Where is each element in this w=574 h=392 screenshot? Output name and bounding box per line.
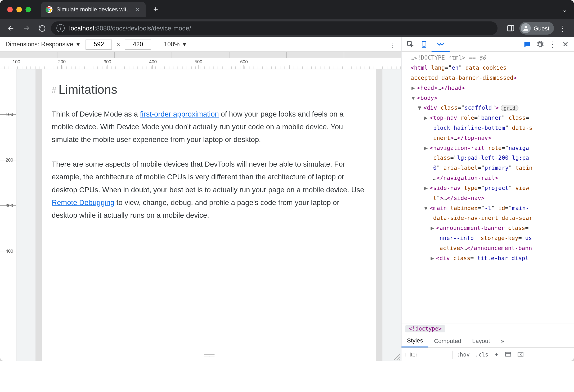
back-button[interactable] xyxy=(5,22,17,35)
dropdown-icon: ▼ xyxy=(181,41,187,48)
link-first-order[interactable]: first-order approximation xyxy=(140,110,219,118)
browser-toolbar: i localhost:8080/docs/devtools/device-mo… xyxy=(0,19,574,37)
dropdown-icon: ▼ xyxy=(75,41,81,48)
page-content[interactable]: Limitations Think of Device Mode as a fi… xyxy=(42,69,376,361)
styles-tabs-overflow-icon[interactable]: » xyxy=(495,334,510,348)
toggle-device-icon[interactable] xyxy=(418,38,430,50)
new-tab-button[interactable]: + xyxy=(149,3,162,16)
resize-handle-bottom[interactable]: ══ xyxy=(204,351,213,360)
forward-button[interactable] xyxy=(20,22,33,35)
ruler-horizontal: 100200300400500600 xyxy=(0,58,401,69)
styles-filter-bar: :hov .cls ＋ xyxy=(401,348,574,361)
address-bar[interactable]: i localhost:8080/docs/devtools/device-mo… xyxy=(51,21,498,35)
height-input[interactable] xyxy=(125,39,151,50)
messages-icon[interactable] xyxy=(521,38,533,50)
ruler-vertical: 100200300400 xyxy=(0,69,16,361)
device-toolbar: Dimensions: Responsive ▼ × 100%▼ ⋮ xyxy=(0,37,401,52)
device-options-icon[interactable]: ⋮ xyxy=(389,41,396,48)
elements-tab-overflow-icon[interactable] xyxy=(432,37,450,52)
breadcrumb-bar[interactable]: <!doctype> xyxy=(401,323,574,334)
site-info-icon[interactable]: i xyxy=(56,24,65,32)
url-text: localhost:8080/docs/devtools/device-mode… xyxy=(69,25,191,32)
devtools-close-icon[interactable]: ✕ xyxy=(559,38,571,50)
toggle-panel-icon[interactable] xyxy=(514,351,526,358)
tab-close-icon[interactable]: ✕ xyxy=(134,6,141,13)
dom-tree[interactable]: …<!DOCTYPE html> == $0<html lang="en" da… xyxy=(401,52,574,323)
browser-window: Simulate mobile devices with D ✕ + ⌄ i l… xyxy=(0,0,574,361)
styles-filter-input[interactable] xyxy=(401,348,451,361)
dimensions-selector[interactable]: Dimensions: Responsive ▼ xyxy=(6,41,81,48)
page-heading: Limitations xyxy=(52,83,366,97)
breakpoint-strip[interactable] xyxy=(0,52,401,58)
browser-menu-icon[interactable]: ⋮ xyxy=(556,21,569,35)
window-minimize-button[interactable] xyxy=(16,7,22,12)
simulated-viewport: Limitations Think of Device Mode as a fi… xyxy=(35,69,382,361)
devtools-menu-icon[interactable]: ⋮ xyxy=(547,38,559,50)
svg-point-4 xyxy=(525,26,527,28)
styles-tabs: Styles Computed Layout » xyxy=(401,334,574,348)
device-mode-pane: Dimensions: Responsive ▼ × 100%▼ ⋮ 10020… xyxy=(0,37,401,361)
reload-button[interactable] xyxy=(35,22,48,35)
tab-title: Simulate mobile devices with D xyxy=(56,6,134,13)
svg-rect-3 xyxy=(508,25,514,31)
window-controls xyxy=(7,7,31,12)
cls-toggle[interactable]: .cls xyxy=(472,351,491,358)
chrome-favicon-icon xyxy=(46,6,53,13)
devtools-panel: ⋮ ✕ …<!DOCTYPE html> == $0<html lang="en… xyxy=(401,37,574,361)
resize-handle-right[interactable] xyxy=(376,69,382,361)
tabstrip: Simulate mobile devices with D ✕ + ⌄ xyxy=(0,0,574,19)
computed-styles-icon[interactable] xyxy=(502,351,514,358)
side-panel-icon[interactable] xyxy=(504,21,518,35)
devtools-toolbar: ⋮ ✕ xyxy=(401,37,574,52)
zoom-selector[interactable]: 100%▼ xyxy=(164,41,187,48)
breadcrumb-item[interactable]: <!doctype> xyxy=(405,325,445,332)
profile-chip[interactable]: Guest xyxy=(519,22,554,35)
resize-handle-corner[interactable] xyxy=(393,353,401,361)
tab-layout[interactable]: Layout xyxy=(467,334,495,348)
window-close-button[interactable] xyxy=(7,7,13,12)
paragraph: There are some aspects of mobile devices… xyxy=(52,158,366,222)
tablist-dropdown-icon[interactable]: ⌄ xyxy=(562,6,568,13)
resize-handle-left[interactable] xyxy=(35,69,42,361)
svg-rect-8 xyxy=(506,352,511,356)
profile-label: Guest xyxy=(534,25,550,32)
avatar-icon xyxy=(521,23,531,33)
width-input[interactable] xyxy=(86,39,112,50)
tab-styles[interactable]: Styles xyxy=(401,334,428,348)
svg-point-7 xyxy=(423,46,424,47)
new-style-rule-icon[interactable]: ＋ xyxy=(491,351,502,358)
link-remote-debugging[interactable]: Remote Debugging xyxy=(52,199,114,206)
dimension-separator: × xyxy=(116,41,120,48)
tab-computed[interactable]: Computed xyxy=(429,334,467,348)
inspect-element-icon[interactable] xyxy=(404,38,416,50)
browser-tab[interactable]: Simulate mobile devices with D ✕ xyxy=(41,2,146,17)
window-maximize-button[interactable] xyxy=(25,7,31,12)
paragraph: Think of Device Mode as a first-order ap… xyxy=(52,108,366,146)
settings-icon[interactable] xyxy=(534,38,546,50)
hov-toggle[interactable]: :hov xyxy=(454,351,472,358)
